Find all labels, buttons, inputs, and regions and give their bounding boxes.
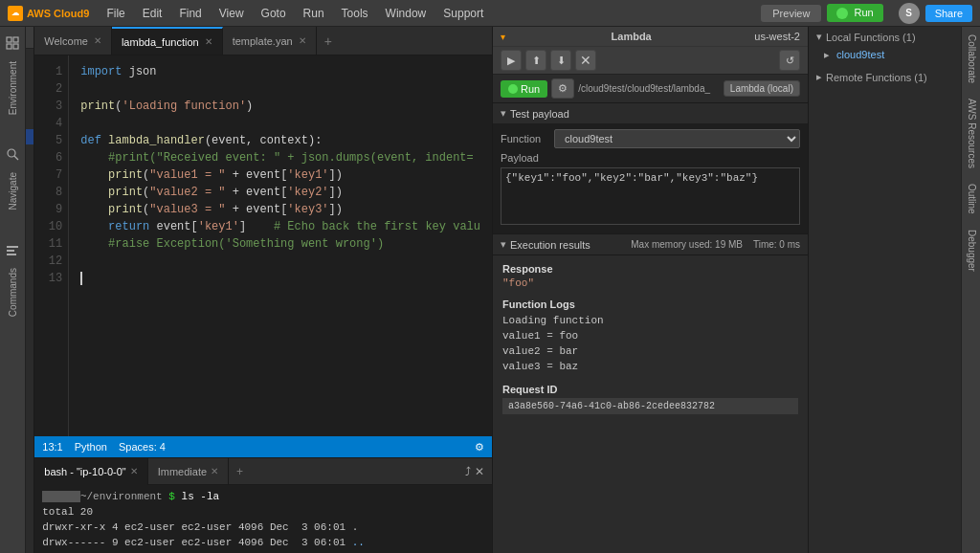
tree-item-cloud9test[interactable]: ▾ 📁 cloud9test bbox=[26, 53, 33, 68]
navigate-tab[interactable] bbox=[0, 142, 25, 166]
svg-rect-0 bbox=[7, 37, 11, 42]
environment-label: Environment bbox=[8, 61, 18, 115]
menu-view[interactable]: View bbox=[212, 4, 252, 23]
lambda-collapse-icon[interactable]: ▾ bbox=[501, 32, 505, 42]
log-line-1: Loading function bbox=[502, 313, 798, 328]
menubar: ☁ AWS Cloud9 File Edit Find View Goto Ru… bbox=[0, 0, 980, 27]
avatar: S bbox=[899, 3, 920, 24]
config-button[interactable]: ⚙ bbox=[551, 78, 574, 99]
function-logs: Loading function value1 = foo value2 = b… bbox=[502, 313, 798, 374]
tab-template[interactable]: template.yan ✕ bbox=[223, 27, 317, 55]
terminal-tab-bash[interactable]: bash - "ip-10-0-0" ✕ bbox=[34, 458, 147, 485]
tab-label: template.yan bbox=[233, 35, 293, 47]
lambda-header: ▾ Lambda us-west-2 bbox=[493, 27, 808, 46]
line-numbers: 12345 678910 111213 bbox=[34, 55, 69, 436]
term-line: drwx------ 9 ec2-user ec2-user 4096 Dec … bbox=[42, 535, 484, 550]
statusbar-right: ⚙ bbox=[475, 441, 484, 453]
code-line-4 bbox=[80, 115, 480, 132]
term-line: total 20 bbox=[42, 504, 484, 520]
menu-support[interactable]: Support bbox=[435, 4, 491, 23]
tab-close-template[interactable]: ✕ bbox=[299, 35, 306, 46]
tree-item-lambda-function[interactable]: ◆ lambda_function.py bbox=[26, 129, 33, 144]
terminal-content[interactable]: ~/environment $ ls -la total 20 drwxr-xr… bbox=[34, 485, 492, 553]
tab-close-lambda[interactable]: ✕ bbox=[205, 36, 212, 47]
tree-item-template[interactable]: ◆ template.yaml bbox=[26, 144, 33, 160]
terminal-tab-close-immediate[interactable]: ✕ bbox=[211, 466, 218, 476]
exec-meta: Max memory used: 19 MB Time: 0 ms bbox=[631, 239, 800, 250]
local-functions-section: ▾ Local Functions (1) ▸ cloud9test bbox=[809, 27, 961, 67]
payload-label: Payload bbox=[501, 152, 548, 164]
share-area: S Share bbox=[899, 3, 972, 24]
terminal-tab-close-bash[interactable]: ✕ bbox=[130, 466, 138, 476]
menu-find[interactable]: Find bbox=[171, 4, 209, 23]
log-line-2: value1 = foo bbox=[502, 328, 798, 343]
debugger-tab[interactable]: Debugger bbox=[962, 222, 980, 279]
add-tab-button[interactable]: + bbox=[317, 33, 340, 49]
svg-rect-1 bbox=[13, 37, 18, 42]
svg-point-4 bbox=[8, 149, 15, 157]
code-editor[interactable]: import json print('Loading function') de… bbox=[69, 55, 492, 436]
payload-textarea[interactable]: {"key1":"foo","key2":"bar","key3":"baz"} bbox=[501, 167, 800, 225]
svg-rect-6 bbox=[7, 246, 18, 248]
logs-title: Function Logs bbox=[502, 299, 798, 310]
tab-lambda[interactable]: lambda_function ✕ bbox=[112, 27, 223, 55]
test-payload-header[interactable]: ▾ Test payload bbox=[493, 103, 808, 123]
response-title: Response bbox=[502, 263, 798, 275]
run-button[interactable]: Run bbox=[827, 4, 882, 22]
center-right-layout: Welcome ✕ lambda_function ✕ template.yan… bbox=[34, 27, 980, 553]
function-label: Function bbox=[501, 133, 548, 144]
code-line-10: return event['key1'] # Echo back the fir… bbox=[80, 218, 480, 235]
code-line-1: import json bbox=[80, 63, 480, 80]
navigate-label: Navigate bbox=[8, 172, 18, 210]
lambda-delete-btn[interactable]: ✕ bbox=[575, 50, 596, 71]
tree-item-cloud9test-sub[interactable]: ▾ 📁 cloud9test bbox=[26, 83, 33, 99]
share-button[interactable]: Share bbox=[925, 5, 972, 22]
add-terminal-button[interactable]: + bbox=[229, 465, 251, 478]
editor-tabs: Welcome ✕ lambda_function ✕ template.yan… bbox=[34, 27, 492, 55]
menu-goto[interactable]: Goto bbox=[254, 4, 294, 23]
tab-close-welcome[interactable]: ✕ bbox=[94, 35, 101, 46]
lambda-import-btn[interactable]: ⬇ bbox=[550, 50, 571, 71]
tree-item-c9[interactable]: ▸ 📁 c9 bbox=[26, 68, 33, 83]
code-line-13 bbox=[80, 270, 480, 287]
payload-payload-row: Payload bbox=[501, 152, 800, 164]
terminal-tab-immediate[interactable]: Immediate ✕ bbox=[148, 458, 229, 485]
lambda-invoke-local-btn[interactable]: ▶ bbox=[501, 50, 522, 71]
main-layout: Environment Navigate Commands cloud9test… bbox=[0, 27, 980, 553]
function-select[interactable]: cloud9test bbox=[554, 129, 800, 148]
close-terminal-icon[interactable]: ✕ bbox=[475, 465, 484, 478]
lambda-deploy-btn[interactable]: ⬆ bbox=[525, 50, 546, 71]
collaborate-tab[interactable]: Collaborate bbox=[962, 27, 980, 91]
aws-resources-tab[interactable]: AWS Resources bbox=[962, 91, 980, 176]
popout-icon[interactable]: ⤴ bbox=[465, 465, 471, 478]
menu-run[interactable]: Run bbox=[296, 4, 332, 23]
local-function-item[interactable]: ▸ cloud9test bbox=[816, 47, 953, 63]
app-title: AWS Cloud9 bbox=[27, 8, 89, 19]
local-functions-title[interactable]: ▾ Local Functions (1) bbox=[816, 31, 953, 43]
payload-function-row: Function cloud9test bbox=[501, 129, 800, 148]
menu-file[interactable]: File bbox=[99, 4, 132, 23]
menu-tools[interactable]: Tools bbox=[334, 4, 376, 23]
environment-tab[interactable] bbox=[0, 31, 25, 55]
tree-item-lambda-payloads[interactable]: ◆ lambda-payloads.jsc bbox=[26, 114, 33, 129]
outline-tab[interactable]: Outline bbox=[962, 176, 980, 222]
settings-icon[interactable]: ⚙ bbox=[475, 441, 484, 453]
language-indicator: Python bbox=[75, 441, 107, 453]
chevron-down-icon: ▾ bbox=[501, 107, 506, 120]
remote-functions-title[interactable]: ▸ Remote Functions (1) bbox=[816, 71, 953, 83]
tree-item-readme[interactable]: ◆ README.md bbox=[26, 160, 33, 175]
terminal-tab-label: Immediate bbox=[158, 466, 207, 477]
run-lambda-button[interactable]: Run bbox=[501, 80, 547, 98]
code-line-8: print("value2 = " + event['key2']) bbox=[80, 184, 480, 201]
menu-edit[interactable]: Edit bbox=[135, 4, 170, 23]
menu-window[interactable]: Window bbox=[378, 4, 434, 23]
tree-item-cloud9test-inner[interactable]: ▾ 📁 cloud9test bbox=[26, 99, 33, 114]
lambda-panel: ▾ Lambda us-west-2 ▶ ⬆ ⬇ ✕ ↺ Run bbox=[492, 27, 808, 553]
lambda-local-badge[interactable]: Lambda (local) bbox=[724, 80, 800, 97]
terminal-tabs: bash - "ip-10-0-0" ✕ Immediate ✕ + ⤴ ✕ bbox=[34, 458, 492, 485]
lambda-refresh-btn[interactable]: ↺ bbox=[779, 50, 800, 71]
preview-button[interactable]: Preview bbox=[761, 5, 821, 22]
chevron-right-icon: ▸ bbox=[816, 71, 822, 83]
commands-tab[interactable] bbox=[0, 237, 25, 262]
tab-welcome[interactable]: Welcome ✕ bbox=[34, 27, 112, 55]
